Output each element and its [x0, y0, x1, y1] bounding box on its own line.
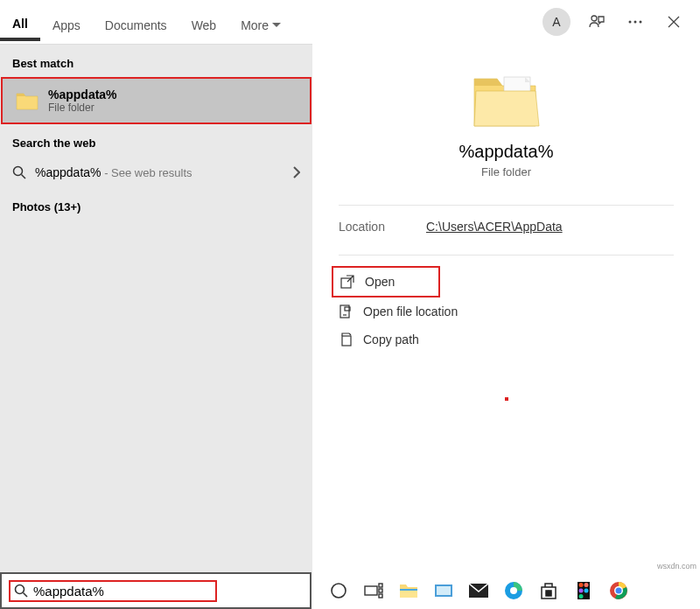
- search-tabs: All Apps Documents Web More: [0, 0, 542, 44]
- open-icon: [340, 275, 354, 289]
- svg-point-2: [634, 21, 637, 24]
- watermark: wsxdn.com: [657, 562, 696, 570]
- location-label: Location: [339, 220, 426, 234]
- location-row: Location C:\Users\ACER\AppData: [339, 220, 674, 234]
- chrome-icon[interactable]: [609, 581, 628, 600]
- header-actions: A: [542, 6, 690, 38]
- svg-point-29: [584, 583, 589, 587]
- user-avatar[interactable]: A: [542, 8, 570, 36]
- action-open-label: Open: [365, 275, 395, 289]
- svg-point-21: [510, 587, 517, 594]
- edge-icon[interactable]: [504, 581, 523, 600]
- action-open-file-location-label: Open file location: [363, 304, 458, 318]
- store-icon[interactable]: [539, 581, 558, 600]
- web-query-text: %appdata%: [35, 165, 102, 179]
- svg-point-30: [579, 589, 584, 593]
- copy-icon: [339, 332, 353, 346]
- divider: [339, 205, 674, 206]
- search-icon: [12, 165, 26, 179]
- svg-rect-24: [550, 591, 552, 593]
- result-text-group: %appdata% File folder: [48, 88, 117, 114]
- chevron-down-icon: [272, 23, 281, 28]
- preview-title: %appdata%: [339, 142, 674, 162]
- file-location-icon: [339, 304, 353, 318]
- svg-point-32: [579, 594, 584, 598]
- preview-subtitle: File folder: [339, 165, 674, 178]
- svg-point-35: [616, 588, 622, 594]
- preview-folder-icon: [339, 74, 674, 130]
- search-box[interactable]: [0, 572, 312, 609]
- best-match-result[interactable]: %appdata% File folder: [1, 77, 312, 124]
- divider-2: [339, 255, 674, 256]
- best-match-label: Best match: [0, 45, 312, 77]
- action-copy-path[interactable]: Copy path: [339, 326, 674, 354]
- tab-more[interactable]: More: [228, 10, 293, 39]
- svg-rect-16: [400, 589, 417, 591]
- tab-apps[interactable]: Apps: [40, 10, 93, 39]
- tab-all[interactable]: All: [0, 8, 40, 41]
- svg-point-28: [579, 583, 584, 587]
- location-value[interactable]: C:\Users\ACER\AppData: [426, 220, 563, 234]
- action-open-file-location[interactable]: Open file location: [339, 298, 674, 326]
- web-result-query: %appdata% - See web results: [35, 165, 192, 179]
- header-bar: All Apps Documents Web More A: [0, 0, 700, 44]
- results-panel: Best match %appdata% File folder Search …: [0, 44, 312, 577]
- marker-dot: [505, 397, 508, 401]
- result-title: %appdata%: [48, 88, 117, 102]
- folder-icon: [15, 88, 39, 113]
- svg-rect-25: [546, 594, 549, 597]
- svg-rect-14: [379, 589, 382, 592]
- svg-rect-13: [379, 584, 382, 587]
- web-result-item[interactable]: %appdata% - See web results: [0, 157, 312, 188]
- feedback-icon[interactable]: [581, 6, 612, 38]
- svg-point-11: [332, 584, 346, 598]
- search-web-label: Search the web: [0, 124, 312, 157]
- svg-rect-15: [379, 594, 382, 598]
- task-view-icon[interactable]: [364, 581, 383, 600]
- svg-rect-12: [365, 586, 377, 595]
- preview-panel: %appdata% File folder Location C:\Users\…: [312, 44, 700, 577]
- svg-point-4: [14, 167, 23, 176]
- svg-point-3: [640, 21, 642, 24]
- more-options-icon[interactable]: [620, 6, 651, 38]
- svg-rect-9: [342, 336, 351, 346]
- tab-web[interactable]: Web: [179, 10, 229, 39]
- mail-icon[interactable]: [469, 581, 488, 600]
- figma-icon[interactable]: [574, 581, 593, 600]
- action-open[interactable]: Open: [332, 266, 440, 298]
- tab-documents[interactable]: Documents: [93, 10, 179, 39]
- svg-point-1: [629, 21, 632, 24]
- app-icon-blue[interactable]: [434, 581, 453, 600]
- search-input[interactable]: [33, 584, 200, 598]
- svg-point-31: [584, 589, 589, 593]
- svg-rect-23: [546, 591, 549, 593]
- result-subtitle: File folder: [48, 102, 117, 114]
- svg-point-0: [592, 16, 597, 21]
- search-highlight: [9, 580, 217, 602]
- close-icon[interactable]: [658, 6, 690, 38]
- chevron-right-icon: [293, 166, 300, 178]
- taskbar: [0, 572, 700, 609]
- file-explorer-icon[interactable]: [399, 581, 418, 600]
- web-suffix: - See web results: [102, 166, 192, 179]
- taskbar-tray: [312, 581, 700, 600]
- photos-label[interactable]: Photos (13+): [0, 188, 312, 220]
- svg-rect-18: [437, 586, 451, 595]
- svg-point-10: [16, 585, 24, 594]
- action-copy-path-label: Copy path: [363, 332, 419, 346]
- cortana-icon[interactable]: [329, 581, 348, 600]
- svg-rect-26: [550, 594, 552, 597]
- search-icon: [14, 584, 28, 598]
- tab-more-label: More: [241, 18, 269, 32]
